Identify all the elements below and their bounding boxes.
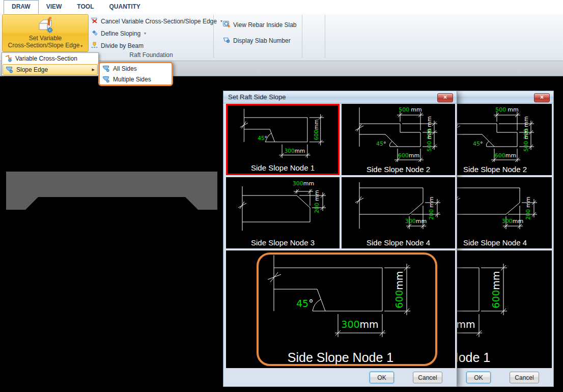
- svg-text:300mm: 300mm: [293, 180, 314, 187]
- submenu-item-all-sides[interactable]: All Sides: [100, 63, 172, 74]
- thumb-caption: Side Slope Node 3: [226, 238, 340, 247]
- divide-by-beam-icon: [91, 41, 98, 50]
- close-icon[interactable]: ×: [534, 93, 550, 102]
- submenu-arrow-icon: ▶: [92, 68, 95, 72]
- raft-slab-shape: [0, 76, 224, 219]
- big-button-label-line1: Set Variable: [3, 35, 88, 42]
- define-sloping-item[interactable]: Define Sloping ▾: [91, 29, 146, 38]
- ribbon-group-divider: [325, 15, 325, 58]
- svg-text:300mm: 300mm: [285, 148, 305, 154]
- thumb-caption: Side Slope Node 1: [228, 163, 338, 172]
- ribbon-tab-bar: DRAW VIEW TOOL QUANTITY: [0, 0, 563, 14]
- thumb-side-slope-node-1[interactable]: 45° 600mm 300mm Side Slope Node 1: [226, 104, 340, 175]
- menu-item-slope-edge[interactable]: Slope Edge ▶: [3, 64, 98, 75]
- svg-text:500mm: 500mm: [399, 106, 421, 113]
- svg-text:45°: 45°: [376, 141, 386, 147]
- svg-text:200mm: 200mm: [314, 190, 320, 213]
- variable-cross-section-dropdown-menu: Variable Cross-Section Slope Edge ▶: [2, 52, 99, 76]
- slope-edge-icon: [100, 65, 113, 73]
- application-window: DRAW VIEW TOOL QUANTITY: [0, 0, 563, 392]
- svg-text:200mm: 200mm: [428, 197, 435, 219]
- cancel-slope-icon: [91, 17, 98, 26]
- define-sloping-icon: [91, 29, 98, 38]
- submenu-item-multiple-sides[interactable]: Multiple Sides: [100, 74, 172, 85]
- svg-text:45°: 45°: [473, 141, 483, 147]
- tab-draw[interactable]: DRAW: [4, 0, 39, 14]
- cancel-variable-cross-section-item[interactable]: Cancel Variable Cross-Section/Slope Edge…: [91, 17, 222, 25]
- svg-text:600mm: 600mm: [495, 152, 516, 159]
- thumb-side-slope-node-3[interactable]: 300mm 200mm Side Slope Node 3: [226, 177, 340, 248]
- ok-button[interactable]: OK: [370, 372, 394, 383]
- svg-text:600mm: 600mm: [398, 152, 419, 159]
- thumb-caption: Side Slope Node 4: [342, 238, 455, 247]
- svg-text:600mm: 600mm: [313, 120, 319, 141]
- close-icon[interactable]: ×: [437, 93, 453, 102]
- tab-tool[interactable]: TOOL: [69, 0, 101, 14]
- preview-caption: Side Slope Node 1: [226, 350, 455, 365]
- tab-view[interactable]: VIEW: [39, 0, 70, 14]
- divide-by-beam-item[interactable]: Divide by Beam: [91, 41, 144, 50]
- set-variable-cross-section-slope-edge-button[interactable]: Set Variable Cross-Section/Slope Edge▾: [2, 14, 89, 52]
- thumb-side-slope-node-4[interactable]: 200mm 300mm Side Slope Node 4: [342, 177, 455, 248]
- tab-quantity[interactable]: QUANTITY: [101, 0, 148, 14]
- ribbon-group-label: Raft Foundation: [91, 51, 212, 59]
- variable-cross-section-box-gear-icon: [34, 16, 57, 37]
- svg-text:600mm: 600mm: [490, 271, 501, 308]
- cancel-button[interactable]: Cancel: [510, 372, 539, 383]
- chevron-down-icon: ▾: [144, 31, 146, 36]
- slope-edge-icon: [100, 75, 113, 83]
- slope-edge-submenu: All Sides Multiple Sides: [98, 62, 173, 86]
- ribbon-group-divider: [213, 15, 214, 58]
- svg-text:500mm: 500mm: [523, 128, 529, 151]
- big-button-label-line2: Cross-Section/Slope Edge: [8, 42, 80, 49]
- display-slab-number-icon: i: [222, 36, 231, 45]
- svg-text:500mm: 500mm: [426, 128, 433, 151]
- dialog-title: Set Raft Side Slope: [228, 93, 286, 101]
- ribbon-group-divider: [302, 15, 302, 58]
- thumb-side-slope-node-2[interactable]: 45° 500mm 300mm 500mm 600mm Side Slope N…: [342, 104, 455, 175]
- thumb-caption: Side Slope Node 2: [342, 165, 455, 174]
- svg-text:200mm: 200mm: [525, 197, 531, 219]
- preview-side-slope-node-1[interactable]: 45° 600mm 300mm Side Slope Node 1: [226, 250, 455, 368]
- dialog-titlebar: Set Raft Side Slope ×: [223, 91, 457, 103]
- chevron-down-icon: ▾: [80, 44, 82, 48]
- ok-button[interactable]: OK: [466, 372, 491, 383]
- svg-text:300mm: 300mm: [502, 218, 523, 225]
- svg-text:45°: 45°: [258, 135, 267, 141]
- cancel-button[interactable]: Cancel: [413, 372, 442, 383]
- view-rebar-icon: [222, 20, 231, 30]
- svg-text:500mm: 500mm: [495, 106, 518, 113]
- slope-edge-icon: [3, 66, 16, 74]
- set-raft-side-slope-dialog: Set Raft Side Slope × 45° 600mm 300mm Si…: [223, 91, 457, 387]
- svg-text:300mm: 300mm: [405, 218, 427, 225]
- display-slab-number-item[interactable]: i Display Slab Number: [222, 36, 291, 45]
- menu-item-variable-cross-section[interactable]: Variable Cross-Section: [2, 53, 98, 64]
- variable-cross-section-icon: [2, 54, 15, 63]
- view-rebar-inside-slab-item[interactable]: View Rebar Inside Slab: [222, 20, 297, 29]
- svg-text:300mm: 300mm: [341, 319, 378, 330]
- svg-text:600mm: 600mm: [393, 271, 405, 308]
- svg-text:45°: 45°: [296, 298, 314, 309]
